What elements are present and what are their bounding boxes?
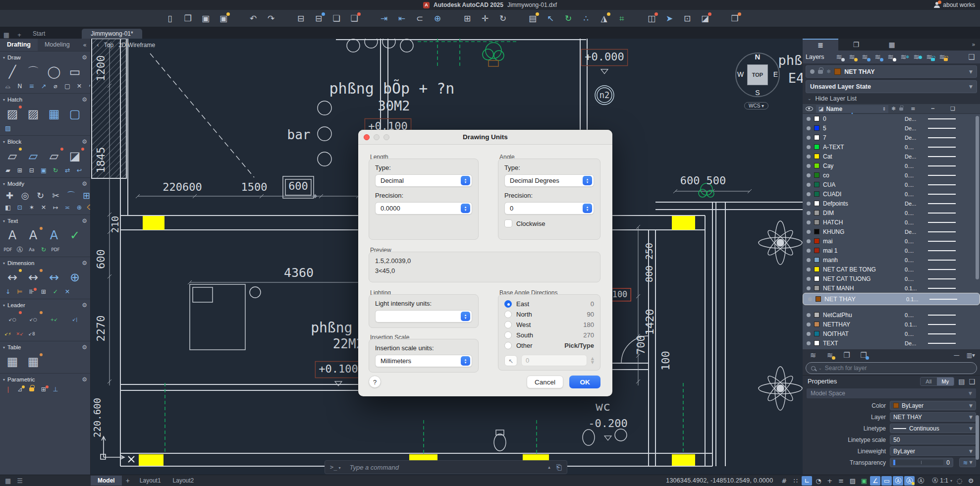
section-settings-icon[interactable]: ⚙ [82, 54, 87, 61]
block-insert2-icon[interactable]: ⊞ [15, 166, 25, 175]
section-caret-icon[interactable]: ▾ [3, 182, 5, 186]
hatch-tool-icon[interactable]: ▨ [3, 105, 22, 123]
text-case-icon[interactable]: Aa [27, 245, 37, 254]
command-history-icon[interactable]: ▾ [338, 466, 340, 470]
text-align-icon[interactable]: ▤ [86, 226, 91, 244]
viewport-style-label[interactable]: 2D Wireframe [118, 42, 155, 49]
block-tag-icon[interactable]: ▰ [3, 166, 13, 175]
transparency-bylayer-button[interactable]: ≋ ▼ [959, 458, 976, 467]
edit-block-icon[interactable]: ▱ [45, 147, 63, 165]
block-attribute-icon[interactable]: ◪ [65, 147, 84, 165]
layer-status-icon[interactable] [807, 126, 811, 130]
auto-constrain-icon[interactable]: ⊿ [15, 385, 25, 394]
open-file-icon[interactable]: ❐ [181, 12, 194, 25]
osnap-tracking-icon[interactable]: + [824, 476, 835, 486]
layer-color-swatch[interactable] [814, 276, 819, 281]
transparency-slider[interactable] [893, 460, 943, 465]
layer-status-icon[interactable] [807, 202, 811, 206]
more-panels-icon[interactable]: » [967, 39, 980, 51]
geometric-constraint-icon[interactable]: ∣ [3, 385, 13, 394]
print-icon[interactable]: ⊟ [294, 12, 307, 25]
snap-mode-icon[interactable]: ∷ [790, 476, 801, 486]
layer-status-icon[interactable] [807, 268, 811, 271]
section-caret-icon[interactable]: ▾ [3, 303, 5, 308]
measure-icon[interactable]: ◮ [598, 12, 610, 25]
freeze-layer-icon[interactable]: ≋❄ [898, 52, 909, 62]
layer-row[interactable]: NETTHAY0.1... [803, 320, 980, 329]
tab-drafting[interactable]: Drafting [0, 39, 38, 51]
layer-color-swatch[interactable] [814, 267, 819, 272]
layer-status-icon[interactable] [807, 249, 811, 253]
layer-row[interactable]: CUADI0.... [803, 189, 980, 199]
command-expand-icon[interactable]: ▴ [548, 465, 550, 470]
section-settings-icon[interactable]: ⚙ [82, 260, 87, 267]
layer-color-swatch[interactable] [814, 257, 819, 263]
viewport-controls[interactable]: ‹ Top 2D Wireframe [97, 42, 155, 49]
block-replace-icon[interactable]: ⇄ [62, 166, 72, 175]
hatch-settings-icon[interactable]: ◪ [86, 105, 91, 123]
layer-status-icon[interactable] [807, 173, 811, 177]
section-settings-icon[interactable]: ⚙ [82, 302, 87, 309]
linetype-column-icon[interactable]: ┅ [931, 106, 934, 112]
zoom-button[interactable] [383, 134, 389, 140]
layer-status-icon[interactable] [807, 211, 811, 215]
pdf-tools-icon[interactable]: PDF [51, 245, 60, 254]
space-selector[interactable]: Model Space ▼ [807, 388, 976, 398]
find-text-icon[interactable]: Ⓐ [15, 245, 25, 254]
layer-color-swatch[interactable] [814, 154, 819, 159]
construction-line-icon[interactable]: ↗ [39, 82, 49, 91]
layer-row[interactable]: TEXTDe... [803, 338, 980, 348]
layer-row[interactable]: NET THAY0.1... [803, 293, 980, 305]
tab-modeling[interactable]: Modeling [38, 39, 79, 51]
annotation-visibility-icon[interactable]: Ⓐ [916, 476, 926, 486]
tab-model[interactable]: Model [91, 476, 122, 486]
layer-row[interactable]: CatDe... [803, 152, 980, 161]
spline-icon[interactable]: ∿ [86, 82, 91, 91]
explode-icon[interactable]: ✶ [27, 203, 37, 212]
layer-previous-icon[interactable]: ≋ [860, 52, 871, 62]
open-layer-state-icon[interactable]: ❐ [841, 350, 852, 360]
new-layout-icon[interactable]: + [122, 475, 134, 486]
hatch-edit-icon[interactable]: ▨ [3, 124, 13, 133]
block-export-icon[interactable]: ↩ [74, 166, 84, 175]
import-layer-state-icon[interactable]: ❐ [858, 350, 869, 360]
layer-row[interactable]: NET CAT TUONG0.... [803, 274, 980, 283]
tab-layers[interactable]: ≣ [803, 39, 838, 51]
erase-icon[interactable]: ✕ [39, 203, 49, 212]
filter-my-button[interactable]: My [937, 378, 954, 385]
corner-menu-icon[interactable]: ☰ [17, 477, 23, 485]
share-icon[interactable]: ➤ [663, 12, 676, 25]
viewcube-east[interactable]: E [773, 70, 778, 78]
move-tool-icon[interactable]: ✚ [3, 189, 16, 202]
align-icon[interactable]: ≍ [62, 203, 72, 212]
dialog-title-bar[interactable]: Drawing Units [358, 130, 612, 145]
plot-column-icon[interactable]: ❏ [950, 106, 955, 112]
new-tab-icon[interactable]: + [13, 31, 26, 39]
layer-status-icon[interactable] [807, 341, 811, 345]
ortho-mode-icon[interactable]: ∟ [802, 476, 812, 486]
page-setup-icon[interactable]: ❏ [330, 12, 343, 25]
sort-icon[interactable]: ⇕ [882, 107, 886, 111]
tab-xref[interactable]: ❐ [838, 39, 874, 51]
undo-icon[interactable]: ↶ [247, 12, 260, 25]
layer-match-icon[interactable]: ≋ [872, 52, 883, 62]
layer-color-swatch[interactable] [814, 238, 819, 244]
gradient-tool-icon[interactable]: ▦ [45, 105, 63, 123]
rectangle-tool-icon[interactable]: ▭ [65, 63, 84, 81]
layer-color-swatch[interactable] [814, 340, 819, 346]
pan-icon[interactable]: ✛ [479, 12, 491, 25]
layer-properties-icon[interactable]: ≋ [834, 52, 845, 62]
property-value-transparency[interactable]: 0 [890, 458, 953, 467]
viewport-view-label[interactable]: Top [104, 42, 113, 49]
layer-row[interactable]: NET MANH0.1... [803, 283, 980, 293]
layer-off-icon[interactable]: ≋● [911, 52, 922, 62]
table-tool-icon[interactable]: ▦ [3, 353, 22, 371]
dynamic-input-icon[interactable]: ∠ [870, 476, 880, 486]
pdf-import-icon[interactable]: PDF [3, 245, 13, 254]
layer-walk-icon[interactable]: ⌗ [615, 12, 628, 25]
center-mark-icon[interactable]: ⊕ [65, 269, 84, 286]
layer-color-swatch[interactable] [814, 135, 819, 140]
layer-settings-icon[interactable]: ≋ [824, 350, 835, 360]
layer-color-swatch[interactable] [814, 331, 819, 336]
viewport-back-icon[interactable]: ‹ [97, 42, 99, 49]
